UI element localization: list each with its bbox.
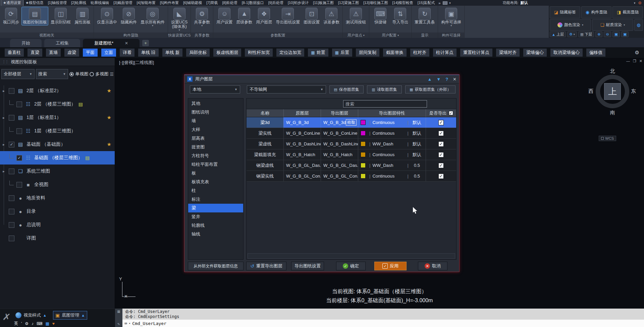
menu-item[interactable]: ★模型信息 xyxy=(23,0,46,6)
menu-item[interactable]: [8]前处理 xyxy=(220,0,239,6)
chevron-down-icon[interactable]: ▾ xyxy=(129,322,130,325)
tree-expander-icon[interactable]: ▸ xyxy=(1,89,6,93)
toolbar-button[interactable]: 单线 新 xyxy=(162,49,183,57)
grid-export-select[interactable]: 不导轴网▼ xyxy=(247,85,326,93)
ribbon-button[interactable]: ⟳ 视口同步 xyxy=(2,7,20,25)
category-item[interactable]: 柱 xyxy=(188,186,243,195)
tree-checkbox[interactable] xyxy=(16,102,22,107)
category-item[interactable]: 梁 xyxy=(188,204,243,212)
category-item[interactable]: 标注 xyxy=(188,195,243,204)
tree-row[interactable]: ▸ 2层 （标准层2） ★ xyxy=(0,84,115,97)
column-header-export[interactable]: 是否导出 ✓ xyxy=(426,109,456,117)
color-render-button[interactable]: 颜色渲染 ▾ xyxy=(550,19,591,31)
toolbar-button[interactable]: 板虚线图层 xyxy=(213,49,241,57)
ribbon-button[interactable]: ⊘ 隐藏构件 xyxy=(119,7,138,25)
ribbon-button[interactable]: ☺ 用户设置 xyxy=(215,7,234,25)
tray-icon[interactable]: ♥ xyxy=(52,321,55,326)
panel-toggle-2-button[interactable]: ▣ xyxy=(621,31,629,37)
export-layer-cell[interactable]: W_G_B_DashLine xyxy=(321,139,358,149)
help-icon[interactable]: ? xyxy=(445,77,448,82)
tree-row[interactable]: 全视图 xyxy=(0,178,115,191)
tree-row[interactable]: ▸ 系统三维图 xyxy=(0,165,115,178)
close-icon[interactable]: ✕ xyxy=(639,59,642,63)
category-item[interactable]: 墙 xyxy=(188,117,243,125)
toolbar-button[interactable]: 详看 xyxy=(120,49,135,57)
layer-table-row[interactable]: 钢梁实线 W_G_B_GL_Con... W_G_B_GL_Con... | C… xyxy=(247,171,456,182)
compass-east-label[interactable]: 东 xyxy=(631,88,636,94)
tree-row[interactable]: ▸ 基础面 （基础面） ★ xyxy=(0,138,115,151)
tray-icon[interactable]: 英 xyxy=(14,321,18,326)
menu-item[interactable]: [15]装配式 xyxy=(416,0,437,6)
toolbar-button[interactable]: 层间复制 xyxy=(356,49,379,57)
minimize-icon[interactable]: — xyxy=(626,59,630,63)
pick-button[interactable]: 拾取 xyxy=(346,119,357,126)
menu-item[interactable]: [10]初步设计 xyxy=(286,0,311,6)
toolbar-button[interactable]: 立面 xyxy=(101,49,116,57)
cancel-button[interactable]: ✕ 取消 xyxy=(418,262,447,270)
tray-icon[interactable]: ▦ xyxy=(45,321,49,326)
tree-row[interactable]: 总说明 xyxy=(0,218,115,232)
ribbon-button[interactable]: ↻ 重置工具条 xyxy=(413,7,436,25)
tray-icon[interactable]: ⌨ xyxy=(37,321,42,326)
chevron-down-icon[interactable]: ▾ xyxy=(633,1,636,5)
export-layer-cell[interactable]: W_G_B_GL_Das... xyxy=(321,160,358,171)
toolbar-button[interactable]: 梁墙对齐 xyxy=(496,49,520,57)
component-visibility-button[interactable]: ◉ 构件显隐 xyxy=(581,6,612,18)
column-header-properties[interactable]: 导出图层特性 xyxy=(358,109,426,117)
menu-item[interactable]: 轮廓线编辑 xyxy=(89,0,111,6)
tree-row[interactable]: 1层 （楼层三维图） xyxy=(0,124,115,138)
color-swatch[interactable] xyxy=(361,152,366,157)
material-render-button[interactable]: ❏ 材质渲染 ▾ xyxy=(592,19,633,31)
compass-south-label[interactable]: 南 xyxy=(590,110,635,116)
ok-button[interactable]: ✓ 确定 xyxy=(336,262,366,270)
ribbon-button[interactable]: ⇥ 导出图纸设置 xyxy=(274,7,301,25)
export-layer-cell[interactable]: W_G_B_ConLine xyxy=(321,128,358,138)
export-checkbox[interactable]: ✓ xyxy=(438,120,444,125)
gear-icon[interactable]: ⚙ xyxy=(638,1,642,5)
grip-icon[interactable]: ⋮⋮ xyxy=(2,60,8,64)
toolbar-button[interactable]: 梁墙偏心 xyxy=(523,49,547,57)
reset-export-layer-button[interactable]: ↺ 重置导出图层 xyxy=(246,262,286,270)
export-layer-cell[interactable]: W_G_B_3d 拾取 xyxy=(321,117,358,128)
export-checkbox[interactable]: ✓ xyxy=(438,152,444,157)
star-icon[interactable]: ★ xyxy=(107,115,111,121)
toolbar-button[interactable]: 截面替换 xyxy=(383,49,407,57)
tree-checkbox[interactable] xyxy=(16,182,22,188)
lower-floor-button[interactable]: ▦ 下层 xyxy=(578,31,594,37)
category-item[interactable]: 轴线 xyxy=(188,230,243,239)
move-down-icon[interactable]: ▼ xyxy=(436,77,441,82)
menu-item[interactable]: [12]梁施工图 xyxy=(336,0,361,6)
panel-title-bar[interactable]: ⋮⋮ 视图控制面板 xyxy=(0,58,115,66)
layer-properties-cell[interactable]: | Continuous | 默认 xyxy=(358,149,426,160)
color-swatch[interactable] xyxy=(361,141,366,146)
toolbar-button[interactable]: 刚性杆加宽 xyxy=(245,49,273,57)
ribbon-button[interactable]: ⚠ 测试用按钮 xyxy=(344,7,367,25)
upper-floor-button[interactable]: ▲ 上层 xyxy=(550,31,566,37)
scope-select[interactable]: 本地▼ xyxy=(190,85,240,93)
document-tab[interactable]: 开始 xyxy=(10,39,42,47)
category-item[interactable]: 方柱符号 xyxy=(188,151,243,160)
zoom-out-button[interactable]: ⊖ xyxy=(604,31,611,37)
menu-item[interactable]: [14]模型检查 xyxy=(390,0,415,6)
layer-properties-cell[interactable]: | Continuous | 0.5 xyxy=(358,171,426,181)
tree-checkbox[interactable] xyxy=(16,155,22,161)
command-input[interactable]: ⌨ ▾ Cmd_UserLayer xyxy=(122,320,644,327)
tray-icon[interactable]: ' xyxy=(21,321,22,326)
menu-item[interactable]: [4]智能布置 xyxy=(135,0,157,6)
color-swatch[interactable] xyxy=(361,131,366,136)
column-header-source-layer[interactable]: 原图层 xyxy=(284,109,321,117)
multi-view-radio[interactable]: 多视图 xyxy=(90,71,108,77)
category-item[interactable]: 暗柱平面布置 xyxy=(188,160,243,169)
menu-item[interactable]: [8-1]数据接口 xyxy=(240,0,266,6)
color-swatch[interactable] xyxy=(361,174,366,179)
tree-expander-icon[interactable]: ▸ xyxy=(1,116,6,120)
category-item[interactable]: 大样 xyxy=(188,125,243,134)
command-panel-grip[interactable]: ▦ ✎ xyxy=(115,309,122,327)
single-view-radio[interactable]: 单视图 xyxy=(69,71,88,77)
tree-search-select[interactable]: 搜索▼ xyxy=(36,69,68,79)
menu-item[interactable]: [6]辅助建模 xyxy=(181,0,204,6)
toolbar-button[interactable]: ▦ 前置 xyxy=(308,49,328,57)
toolbar-button[interactable]: 偏移值 xyxy=(586,49,605,57)
render-extra-button[interactable]: ◍ xyxy=(634,19,643,31)
ribbon-button[interactable]: ⚙ 共享参数 ▾ xyxy=(193,7,211,28)
